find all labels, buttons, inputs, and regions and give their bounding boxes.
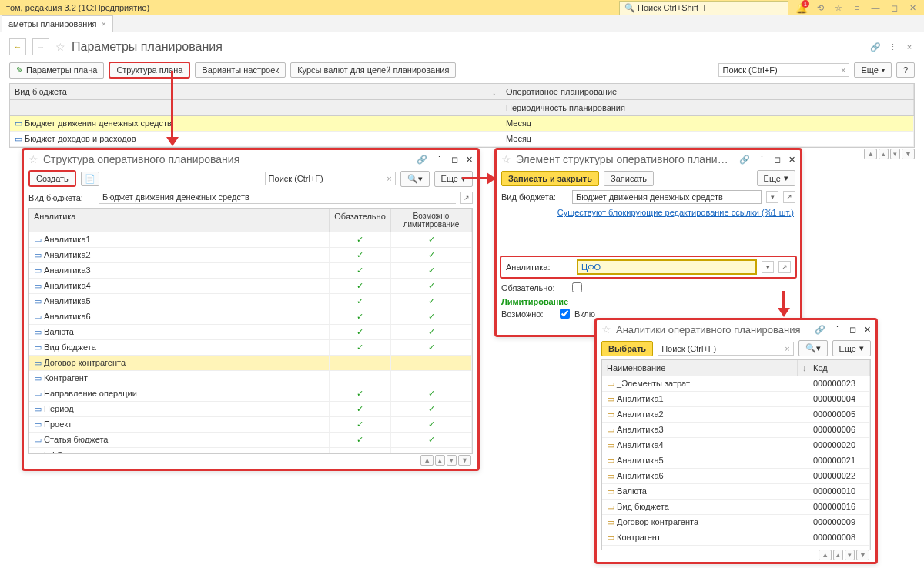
win1-link-icon[interactable]: 🔗	[417, 155, 427, 165]
win2-close[interactable]: ✕	[788, 155, 795, 165]
btn-plan-params[interactable]: ✎Параметры плана	[9, 62, 104, 79]
tab-close-icon[interactable]: ×	[102, 19, 106, 28]
bell-icon[interactable]: 🔔1	[796, 2, 807, 13]
w3-down[interactable]: ▾	[845, 550, 855, 560]
global-search[interactable]: 🔍 Поиск Ctrl+Shift+F	[619, 1, 788, 15]
an-drop-icon[interactable]: ▾	[762, 261, 774, 273]
open-ref-icon[interactable]: ↗	[460, 192, 473, 204]
menu-icon[interactable]: ≡	[852, 2, 862, 13]
win3-col2[interactable]: Код	[808, 360, 870, 376]
warn-link[interactable]: Существуют блокирующие редактирование сс…	[557, 208, 794, 217]
btn-copy[interactable]: 📄	[81, 172, 99, 186]
win3-more[interactable]: Еще ▾	[832, 340, 871, 356]
table-row[interactable]: ▭ Аналитика5000000021	[602, 453, 870, 469]
win2-kebab[interactable]: ⋮	[758, 155, 766, 165]
table-row[interactable]: ▭ Направление операции✓✓	[29, 386, 472, 402]
win3-search[interactable]: Поиск (Ctrl+F)×	[658, 342, 793, 356]
table-row[interactable]: ▭ Аналитика4000000020	[602, 438, 870, 453]
table-row[interactable]: ▭ Аналитика1✓✓	[29, 232, 472, 248]
win2-link-icon[interactable]: 🔗	[739, 155, 750, 165]
table-row[interactable]: ▭ Аналитика6✓✓	[29, 309, 472, 325]
table-row[interactable]: ▭ Аналитика1000000004	[602, 392, 870, 407]
minimize-icon[interactable]: —	[870, 2, 881, 13]
table-row[interactable]: ▭ Аналитика2000000005	[602, 407, 870, 423]
open-icon[interactable]: ↗	[783, 191, 795, 203]
btn-select[interactable]: Выбрать	[601, 341, 653, 356]
win1-max[interactable]: ◻	[451, 155, 458, 165]
req-checkbox[interactable]	[572, 282, 582, 292]
page-close-icon[interactable]: ×	[904, 42, 915, 52]
win1-close[interactable]: ✕	[466, 155, 473, 165]
win2-star[interactable]: ☆	[501, 153, 511, 165]
page-search[interactable]: Поиск (Ctrl+F)×	[718, 63, 849, 77]
win1-more[interactable]: Еще ▾	[434, 171, 473, 187]
table-row[interactable]: ▭ Валюта✓✓	[29, 325, 472, 340]
poss-checkbox[interactable]	[560, 309, 570, 319]
win1-col3[interactable]: Возможно лимитирование	[391, 209, 472, 232]
win1-mag[interactable]: 🔍▾	[400, 171, 430, 187]
btn-settings-variants[interactable]: Варианты настроек	[195, 62, 286, 78]
btn-last[interactable]: ▼	[902, 149, 915, 159]
table-row[interactable]: ▭ Статья бюджета✓✓	[29, 433, 472, 448]
table-row[interactable]: ▭ Аналитика4✓✓	[29, 279, 472, 294]
table-row[interactable]: ▭ Вид бюджета✓✓	[29, 340, 472, 356]
table-row[interactable]: ▭ _Элементы затрат000000023	[602, 376, 870, 392]
win2-view-value[interactable]: Бюджет движения денежных средств	[572, 190, 762, 204]
table-row[interactable]: ▭ Аналитика5✓✓	[29, 294, 472, 309]
link-icon[interactable]: 🔗	[870, 42, 881, 52]
close-icon[interactable]: ✕	[907, 2, 918, 13]
win3-max[interactable]: ◻	[849, 325, 856, 335]
table-row[interactable]: ▭ Период✓✓	[29, 402, 472, 417]
nav-back[interactable]: ←	[9, 38, 26, 55]
win3-star[interactable]: ☆	[601, 323, 611, 336]
tab-params[interactable]: аметры планирования×	[2, 15, 113, 32]
w3-last[interactable]: ▼	[856, 550, 869, 560]
sort-icon[interactable]: ↓	[487, 84, 501, 99]
col-budget-type[interactable]: Вид бюджета	[10, 84, 487, 99]
maximize-icon[interactable]: ◻	[889, 2, 899, 13]
w1-first[interactable]: ▲	[420, 455, 434, 466]
table-row[interactable]: ▭ Контрагент	[29, 371, 472, 386]
star-icon[interactable]: ☆	[833, 2, 844, 13]
history-icon[interactable]: ⟲	[815, 2, 825, 13]
table-row[interactable]: ▭ Аналитика6000000022	[602, 469, 870, 484]
kebab-icon[interactable]: ⋮	[887, 42, 898, 52]
w3-up[interactable]: ▴	[833, 550, 843, 560]
btn-up[interactable]: ▴	[879, 149, 889, 159]
table-row[interactable]: ▭ Аналитика2✓✓	[29, 248, 472, 263]
win2-more[interactable]: Еще ▾	[757, 170, 795, 186]
btn-plan-structure[interactable]: Структура плана	[109, 62, 190, 79]
table-row[interactable]: ▭ Аналитика3000000006	[602, 423, 870, 438]
w1-last[interactable]: ▼	[458, 455, 471, 466]
win1-star[interactable]: ☆	[28, 153, 38, 165]
win3-link-icon[interactable]: 🔗	[815, 325, 825, 335]
table-row[interactable]: ▭ Бюджет доходов и расходов Месяц	[10, 132, 914, 147]
btn-save[interactable]: Записать	[604, 171, 654, 186]
favorite-star[interactable]: ☆	[55, 41, 65, 53]
table-row[interactable]: ▭ Договор контрагента	[29, 356, 472, 371]
table-row[interactable]: ▭ ЦФО✓✓	[29, 448, 472, 454]
btn-first[interactable]: ▲	[864, 149, 877, 159]
win1-kebab[interactable]: ⋮	[435, 155, 444, 165]
btn-create[interactable]: Создать	[28, 170, 76, 187]
table-row[interactable]: ▭ Аналитика3✓✓	[29, 263, 472, 279]
win3-col1[interactable]: Наименование	[602, 360, 798, 376]
table-row[interactable]: ▭ Контрагент000000008	[602, 530, 870, 546]
win1-view-value[interactable]: Бюджет движения денежных средств	[99, 191, 456, 204]
win1-col1[interactable]: Аналитика	[29, 209, 330, 232]
dropdown-icon[interactable]: ▾	[766, 191, 778, 203]
w1-down[interactable]: ▾	[447, 455, 457, 466]
win3-kebab[interactable]: ⋮	[833, 325, 842, 335]
win3-close[interactable]: ✕	[864, 325, 871, 335]
table-row[interactable]: ▭ Бюджет движения денежных средств Месяц	[10, 116, 914, 132]
btn-down[interactable]: ▾	[890, 149, 900, 159]
btn-more[interactable]: Еще ▾	[854, 62, 891, 78]
btn-save-close[interactable]: Записать и закрыть	[501, 171, 599, 186]
nav-forward[interactable]: →	[32, 38, 49, 55]
win3-mag[interactable]: 🔍▾	[798, 340, 828, 356]
table-row[interactable]: ▭ Проект✓✓	[29, 417, 472, 433]
win2-max[interactable]: ◻	[774, 155, 781, 165]
an-open-icon[interactable]: ↗	[778, 261, 791, 273]
col-periodicity[interactable]: Периодичность планирования	[501, 100, 914, 115]
table-row[interactable]: ▭ Договор контрагента000000009	[602, 515, 870, 530]
